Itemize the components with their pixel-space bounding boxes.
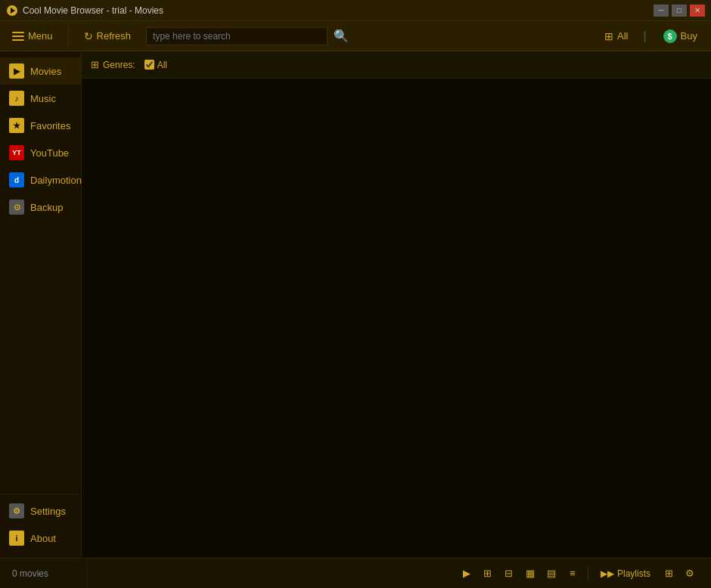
sidebar-item-backup[interactable]: ⊙ Backup: [0, 193, 81, 221]
genres-icon: ⊞: [91, 59, 99, 70]
youtube-icon: YT: [9, 145, 24, 160]
sidebar-label-youtube: YouTube: [30, 147, 69, 159]
genre-bar: ⊞ Genres: All: [82, 51, 711, 79]
extra-button-1[interactable]: ⊞: [660, 565, 678, 583]
status-controls: ▶ ⊞ ⊟ ▦ ▤ ≡ ▶▶ Playlists ⊞ ⚙: [88, 565, 705, 583]
titlebar: Cool Movie Browser - trial - Movies ─ □ …: [0, 0, 711, 21]
sidebar-item-movies[interactable]: ▶ Movies: [0, 57, 81, 85]
view-grid2-button[interactable]: ⊟: [500, 565, 518, 583]
sidebar-bottom: ⚙ Settings i About: [0, 494, 81, 552]
toolbar-separator-1: [68, 27, 69, 45]
main-layout: ▶ Movies ♪ Music ★ Favorites YT YouTube …: [0, 51, 711, 558]
all-filter-button[interactable]: ⊞ All: [598, 27, 634, 45]
search-icon: 🔍: [334, 29, 349, 42]
sidebar-item-settings[interactable]: ⚙ Settings: [0, 497, 81, 525]
extra-button-2[interactable]: ⚙: [681, 565, 699, 583]
genre-all-checkbox[interactable]: All: [144, 60, 167, 70]
play-button[interactable]: ▶: [458, 565, 476, 583]
app-icon: [6, 5, 18, 17]
genres-text: Genres:: [103, 60, 135, 70]
view-grid4-button[interactable]: ▤: [542, 565, 560, 583]
buy-button[interactable]: $ Buy: [656, 26, 705, 46]
status-separator: [588, 566, 588, 581]
movie-count: 0 movies: [12, 568, 48, 579]
sidebar-item-youtube[interactable]: YT YouTube: [0, 139, 81, 166]
sidebar-label-about: About: [30, 533, 56, 544]
refresh-icon: ↻: [84, 30, 93, 42]
sidebar-item-about[interactable]: i About: [0, 525, 81, 552]
window-title: Cool Movie Browser - trial - Movies: [23, 5, 654, 16]
music-icon: ♪: [9, 91, 24, 106]
buy-label: Buy: [681, 30, 697, 42]
view-list-button[interactable]: ≡: [564, 565, 582, 583]
genre-all-checkbox-input[interactable]: [144, 60, 154, 70]
dailymotion-icon: d: [9, 172, 24, 187]
sidebar-label-backup: Backup: [30, 202, 63, 213]
restore-button[interactable]: □: [672, 5, 687, 17]
backup-icon: ⊙: [9, 200, 24, 215]
window-controls: ─ □ ✕: [654, 5, 705, 17]
sidebar-label-favorites: Favorites: [30, 120, 70, 132]
movies-icon: ▶: [9, 63, 24, 79]
favorites-icon: ★: [9, 118, 24, 133]
sidebar: ▶ Movies ♪ Music ★ Favorites YT YouTube …: [0, 51, 82, 558]
buy-icon: $: [663, 29, 677, 43]
sidebar-label-settings: Settings: [30, 506, 66, 517]
view-grid1-button[interactable]: ⊞: [479, 565, 497, 583]
menu-button[interactable]: Menu: [6, 27, 59, 45]
all-label: All: [617, 30, 628, 42]
genres-label: ⊞ Genres:: [91, 59, 135, 70]
view-grid3-button[interactable]: ▦: [521, 565, 539, 583]
refresh-button[interactable]: ↻ Refresh: [78, 27, 138, 45]
playlists-label: Playlists: [617, 568, 650, 579]
search-container: 🔍: [146, 26, 589, 46]
status-count-area: 0 movies: [6, 559, 88, 588]
menu-label: Menu: [28, 30, 53, 42]
about-icon: i: [9, 531, 24, 546]
sidebar-item-music[interactable]: ♪ Music: [0, 85, 81, 112]
minimize-button[interactable]: ─: [654, 5, 669, 17]
toolbar-pipe: |: [643, 29, 646, 43]
toolbar: Menu ↻ Refresh 🔍 ⊞ All | $ Buy: [0, 21, 711, 51]
sidebar-item-dailymotion[interactable]: d Dailymotion: [0, 166, 81, 193]
search-input[interactable]: [146, 27, 328, 45]
content-area: ⊞ Genres: All: [82, 51, 711, 558]
close-button[interactable]: ✕: [690, 5, 705, 17]
movie-grid: [82, 79, 711, 558]
sidebar-label-music: Music: [30, 93, 56, 104]
statusbar: 0 movies ▶ ⊞ ⊟ ▦ ▤ ≡ ▶▶ Playlists ⊞ ⚙: [0, 558, 711, 588]
playlists-icon: ▶▶: [601, 568, 614, 579]
search-button[interactable]: 🔍: [328, 26, 355, 46]
sidebar-label-dailymotion: Dailymotion: [30, 175, 82, 186]
hamburger-icon: [12, 32, 24, 41]
grid-icon: ⊞: [604, 30, 613, 42]
settings-icon: ⚙: [9, 503, 24, 518]
refresh-label: Refresh: [97, 30, 132, 42]
genre-all-label: All: [157, 60, 167, 70]
playlists-button[interactable]: ▶▶ Playlists: [595, 565, 657, 582]
sidebar-item-favorites[interactable]: ★ Favorites: [0, 112, 81, 139]
sidebar-label-movies: Movies: [30, 66, 61, 77]
